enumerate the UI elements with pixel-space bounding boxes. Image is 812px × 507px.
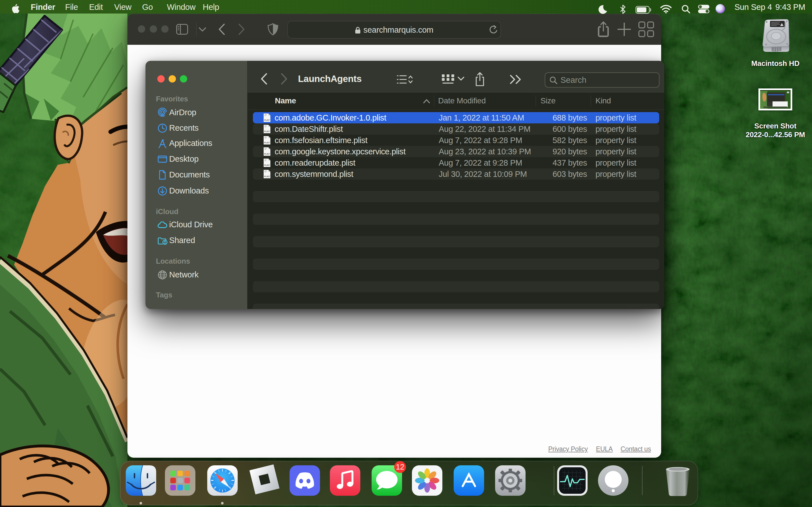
svg-text:PLIST: PLIST	[264, 130, 270, 132]
svg-text:PLIST: PLIST	[264, 119, 270, 121]
svg-text:PLIST: PLIST	[264, 153, 270, 155]
svg-text:PLIST: PLIST	[264, 164, 270, 166]
svg-text:PLIST: PLIST	[264, 142, 270, 144]
svg-text:PLIST: PLIST	[264, 175, 270, 177]
